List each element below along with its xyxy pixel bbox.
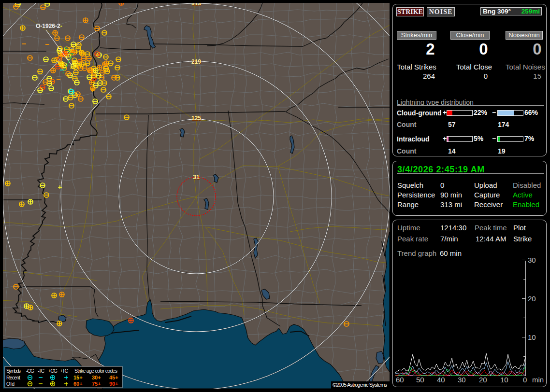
svg-text:45+: 45+ [109,375,118,380]
svg-text:10: 10 [500,376,508,384]
svg-text:O-1926-2-: O-1926-2- [36,23,62,29]
svg-text:+IC: +IC [60,368,68,374]
svg-text:219: 219 [191,58,201,65]
svg-text:Symbols: Symbols [6,368,21,374]
svg-text:60: 60 [396,376,404,384]
svg-text:90+: 90+ [109,381,118,387]
svg-text:60+: 60+ [73,381,83,387]
svg-text:10: 10 [528,333,536,341]
svg-text:20: 20 [479,376,487,384]
svg-text:30+: 30+ [92,375,101,380]
svg-text:30: 30 [458,376,466,384]
svg-text:+CG: +CG [48,368,58,374]
svg-text:75+: 75+ [92,381,101,387]
svg-text:125: 125 [191,115,201,122]
svg-text:Strike age color codes: Strike age color codes [74,368,117,374]
svg-text:Old: Old [6,381,14,387]
svg-text:40: 40 [437,376,445,384]
svg-text:20: 20 [528,294,536,303]
svg-text:-CG: -CG [26,368,34,374]
svg-text:Recent: Recent [6,375,20,380]
svg-text:©2005 Astrogenic Systems: ©2005 Astrogenic Systems [333,382,388,388]
svg-text:15+: 15+ [73,375,83,380]
svg-text:313: 313 [191,3,201,7]
svg-text:30: 30 [528,256,536,264]
svg-text:-IC: -IC [38,368,44,374]
svg-text:31: 31 [193,174,200,181]
svg-text:min: min [532,376,544,384]
svg-text:0: 0 [523,376,527,384]
svg-text:50: 50 [416,376,424,384]
